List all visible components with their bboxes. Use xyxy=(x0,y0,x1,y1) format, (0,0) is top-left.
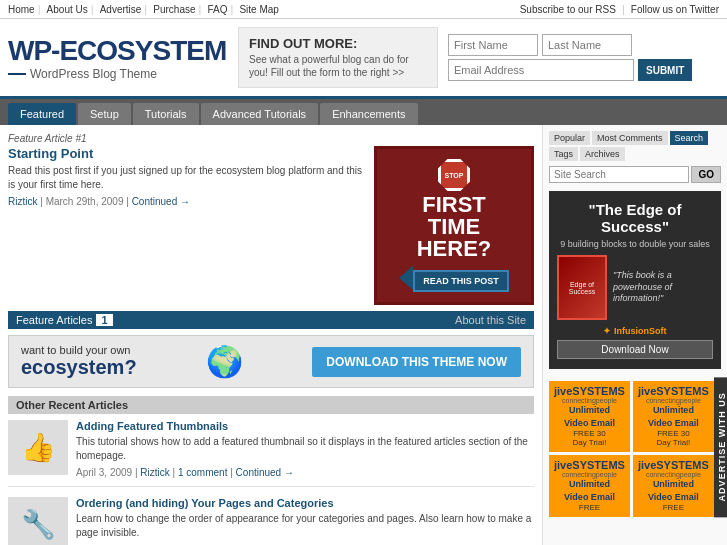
tab-enhancements[interactable]: Enhancements xyxy=(320,103,417,125)
jive-3-trial: FREE xyxy=(554,503,625,512)
last-name-input[interactable] xyxy=(542,34,632,56)
top-nav-right: Subscribe to our RSS | Follow us on Twit… xyxy=(520,3,719,15)
subscribe-rss-link[interactable]: Subscribe to our RSS xyxy=(520,4,616,15)
feature-continued[interactable]: Continued → xyxy=(132,196,190,207)
article-content-1: Adding Featured Thumbnails This tutorial… xyxy=(76,420,534,478)
wrench-icon: 🔧 xyxy=(21,508,56,541)
search-input[interactable] xyxy=(549,166,689,183)
logo-area: WP-ECOSYSTEM WordPress Blog Theme xyxy=(8,35,228,81)
jive-ads-section: jiveSYSTEMS connectingpeople Unlimited V… xyxy=(549,377,714,517)
feature-bar: Feature Articles 1 About this Site xyxy=(8,311,534,329)
sidebar-tabs: Popular Most Comments Search Tags Archiv… xyxy=(549,131,721,161)
feature-article-title[interactable]: Starting Point xyxy=(8,146,366,161)
jive-2-title: jiveSYSTEMS xyxy=(638,386,709,397)
nav-purchase[interactable]: Purchase xyxy=(153,4,195,15)
article-item-2: 🔧 Ordering (and hiding) Your Pages and C… xyxy=(8,497,534,545)
sidebar-ad-title: "The Edge of Success" xyxy=(557,201,713,235)
sidebar-tab-archives[interactable]: Archives xyxy=(580,147,625,161)
submit-button[interactable]: SUBMIT xyxy=(638,59,692,81)
sidebar-tab-popular[interactable]: Popular xyxy=(549,131,590,145)
nav-faq[interactable]: FAQ xyxy=(207,4,227,15)
nav-about[interactable]: About Us xyxy=(47,4,88,15)
nav-sitemap[interactable]: Site Map xyxy=(239,4,278,15)
jive-ad-2[interactable]: jiveSYSTEMS connectingpeople Unlimited V… xyxy=(633,381,714,452)
eco-want-text: want to build your own xyxy=(21,344,137,356)
article-thumb-2: 🔧 xyxy=(8,497,68,545)
feature-author-link[interactable]: Riztick xyxy=(8,196,37,207)
sidebar-lower: jiveSYSTEMS connectingpeople Unlimited V… xyxy=(549,377,721,517)
sidebar-ad-quote: "This book is a powerhouse of informatio… xyxy=(613,270,713,305)
article-1-body: This tutorial shows how to add a feature… xyxy=(76,435,534,463)
nav-tabs: Featured Setup Tutorials Advanced Tutori… xyxy=(0,99,727,125)
article-1-title[interactable]: Adding Featured Thumbnails xyxy=(76,420,534,432)
stop-sign-shape: STOP xyxy=(438,159,470,191)
jive-ad-4[interactable]: jiveSYSTEMS connectingpeople Unlimited V… xyxy=(633,455,714,517)
jive-1-title: jiveSYSTEMS xyxy=(554,386,625,397)
infusion-logo: ✦ InfusionSoft xyxy=(557,326,713,336)
article-1-author[interactable]: Riztick xyxy=(140,467,169,478)
article-thumb-1: 👍 xyxy=(8,420,68,475)
book-cover-text: Edge of Success xyxy=(559,281,605,295)
logo-title: WP-ECOSYSTEM xyxy=(8,35,228,67)
jive-4-trial: FREE xyxy=(638,503,709,512)
sidebar-tab-tags[interactable]: Tags xyxy=(549,147,578,161)
jive-3-title: jiveSYSTEMS xyxy=(554,460,625,471)
sidebar-ad-subtitle: 9 building blocks to double your sales xyxy=(557,239,713,249)
jive-2-trial: FREE 30 Day Trial! xyxy=(638,429,709,447)
sidebar: Popular Most Comments Search Tags Archiv… xyxy=(542,125,727,545)
tab-tutorials[interactable]: Tutorials xyxy=(133,103,199,125)
nav-home[interactable]: Home xyxy=(8,4,35,15)
first-name-input[interactable] xyxy=(448,34,538,56)
jive-3-sub: connectingpeople xyxy=(554,471,625,478)
jive-1-trial: FREE 30 Day Trial! xyxy=(554,429,625,447)
feature-text: Starting Point Read this post first if y… xyxy=(8,146,366,305)
feature-article: Starting Point Read this post first if y… xyxy=(8,146,534,305)
follow-twitter-link[interactable]: Follow us on Twitter xyxy=(631,4,719,15)
download-now-button[interactable]: Download Now xyxy=(557,340,713,359)
email-input[interactable] xyxy=(448,59,634,81)
findout-text: See what a powerful blog can do for you!… xyxy=(249,53,427,79)
stop-sign-text: STOP xyxy=(445,172,464,179)
feature-label: Feature Article #1 xyxy=(8,133,534,144)
content-area: Feature Article #1 Starting Point Read t… xyxy=(0,125,542,545)
download-theme-button[interactable]: DOWNLOAD THIS THEME NOW xyxy=(312,347,521,377)
jive-4-sub: connectingpeople xyxy=(638,471,709,478)
eco-main-text: ecosystem? xyxy=(21,356,137,379)
article-1-continued[interactable]: Continued → xyxy=(236,467,294,478)
infusion-name: InfusionSoft xyxy=(614,326,667,336)
jive-4-feat: Unlimited Video Email xyxy=(638,478,709,503)
jive-1-feat: Unlimited Video Email xyxy=(554,404,625,429)
banner-line1: FIRST xyxy=(422,194,486,216)
tab-advanced-tutorials[interactable]: Advanced Tutorials xyxy=(201,103,319,125)
feature-article-meta: Riztick | March 29th, 2009 | Continued → xyxy=(8,196,366,207)
header: WP-ECOSYSTEM WordPress Blog Theme FIND O… xyxy=(0,19,727,99)
jive-1-sub: connectingpeople xyxy=(554,397,625,404)
article-2-title[interactable]: Ordering (and hiding) Your Pages and Cat… xyxy=(76,497,534,509)
findout-title: FIND OUT MORE: xyxy=(249,36,427,51)
banner-line3: HERE? xyxy=(417,238,492,260)
signup-form: SUBMIT xyxy=(448,34,692,81)
tab-featured[interactable]: Featured xyxy=(8,103,76,125)
sidebar-tab-most-comments[interactable]: Most Comments xyxy=(592,131,668,145)
article-1-date: April 3, 2009 xyxy=(76,467,132,478)
about-site-link[interactable]: About this Site xyxy=(455,314,526,326)
sidebar-ad-book: Edge of Success "This book is a powerhou… xyxy=(557,255,713,320)
read-post-button[interactable]: READ THIS POST xyxy=(413,270,509,292)
jive-ad-3[interactable]: jiveSYSTEMS connectingpeople Unlimited V… xyxy=(549,455,630,517)
findout-box: FIND OUT MORE: See what a powerful blog … xyxy=(238,27,438,88)
book-cover-image: Edge of Success xyxy=(557,255,607,320)
email-row: SUBMIT xyxy=(448,59,692,81)
tab-setup[interactable]: Setup xyxy=(78,103,131,125)
sidebar-tab-search[interactable]: Search xyxy=(670,131,709,145)
feature-bar-label: Feature Articles xyxy=(16,314,92,326)
top-nav: Home| About Us| Advertise| Purchase| FAQ… xyxy=(0,0,727,19)
article-2-body: Learn how to change the order of appeara… xyxy=(76,512,534,540)
search-go-button[interactable]: GO xyxy=(691,166,721,183)
logo-subtitle: WordPress Blog Theme xyxy=(8,67,228,81)
eco-left: want to build your own ecosystem? xyxy=(21,344,137,379)
globe-icon: 🌍 xyxy=(206,344,243,379)
jive-ad-1[interactable]: jiveSYSTEMS connectingpeople Unlimited V… xyxy=(549,381,630,452)
advertise-banner[interactable]: ADVERTISE WITH US xyxy=(714,377,727,517)
nav-advertise[interactable]: Advertise xyxy=(100,4,142,15)
article-1-comments[interactable]: 1 comment xyxy=(178,467,227,478)
